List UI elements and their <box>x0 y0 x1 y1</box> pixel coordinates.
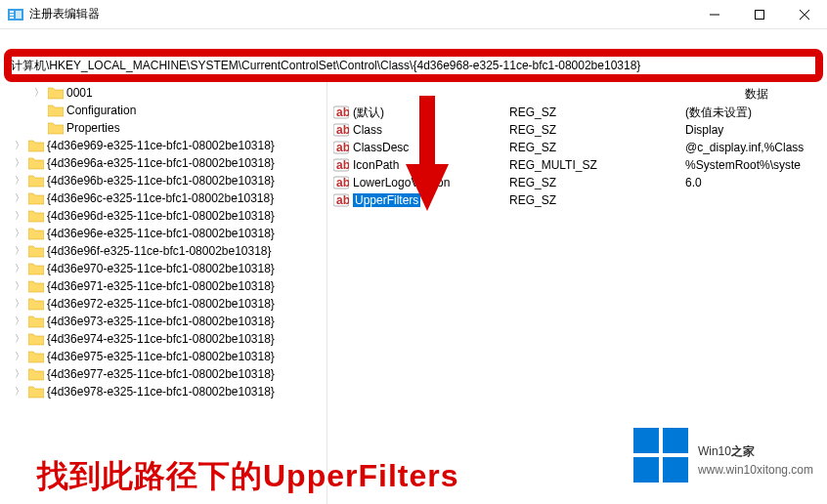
tree-item-label: {4d36e969-e325-11ce-bfc1-08002be10318} <box>47 139 275 152</box>
tree-item[interactable]: 〉{4d36e972-e325-11ce-bfc1-08002be10318} <box>0 295 326 313</box>
value-name: IconPath <box>353 158 399 172</box>
watermark-url: www.win10xitong.com <box>698 463 813 477</box>
tree-item[interactable]: Properties <box>0 119 326 137</box>
tree-item-label: {4d36e973-e325-11ce-bfc1-08002be10318} <box>47 315 275 328</box>
tree-item[interactable]: 〉{4d36e96a-e325-11ce-bfc1-08002be10318} <box>0 154 326 172</box>
svg-text:ab: ab <box>336 193 349 207</box>
tree-item[interactable]: 〉{4d36e975-e325-11ce-bfc1-08002be10318} <box>0 348 326 365</box>
chevron-right-icon[interactable]: 〉 <box>14 139 25 152</box>
minimize-button[interactable] <box>692 0 737 29</box>
value-row[interactable]: abIconPathREG_MULTI_SZ%SystemRoot%\syste <box>327 156 827 174</box>
windows-logo-icon <box>633 428 688 483</box>
chevron-right-icon[interactable]: 〉 <box>14 174 25 188</box>
svg-text:ab: ab <box>336 123 349 137</box>
app-icon <box>8 7 23 22</box>
svg-text:ab: ab <box>336 141 349 154</box>
chevron-right-icon[interactable]: 〉 <box>14 367 25 381</box>
tree-item-label: {4d36e972-e325-11ce-bfc1-08002be10318} <box>47 297 275 311</box>
tree-item-label: {4d36e975-e325-11ce-bfc1-08002be10318} <box>47 350 275 363</box>
tree-item[interactable]: 〉{4d36e969-e325-11ce-bfc1-08002be10318} <box>0 137 326 154</box>
value-type: REG_SZ <box>503 123 679 137</box>
value-row[interactable]: abLowerLogoVersionREG_SZ6.0 <box>327 174 827 191</box>
value-data: (数值未设置) <box>679 105 827 121</box>
chevron-right-icon[interactable]: 〉 <box>14 262 25 275</box>
svg-rect-20 <box>633 457 659 483</box>
chevron-right-icon[interactable]: 〉 <box>14 191 25 205</box>
chevron-right-icon[interactable]: 〉 <box>14 297 25 311</box>
watermark-brand: Win10 <box>698 444 731 458</box>
chevron-right-icon[interactable]: 〉 <box>14 350 25 363</box>
titlebar: 注册表编辑器 <box>0 0 827 29</box>
chevron-right-icon[interactable]: 〉 <box>14 385 25 399</box>
value-name: UpperFilters <box>353 193 420 207</box>
value-type: REG_SZ <box>503 141 679 154</box>
tree-item[interactable]: 〉0001 <box>0 84 326 102</box>
svg-rect-3 <box>10 17 14 19</box>
watermark-text: Win10之家 www.win10xitong.com <box>698 434 813 477</box>
svg-rect-19 <box>663 428 688 453</box>
svg-text:ab: ab <box>336 158 349 172</box>
chevron-right-icon[interactable]: 〉 <box>14 332 25 346</box>
tree-item[interactable]: 〉{4d36e971-e325-11ce-bfc1-08002be10318} <box>0 277 326 295</box>
tree-item-label: {4d36e977-e325-11ce-bfc1-08002be10318} <box>47 367 275 381</box>
value-row[interactable]: abClassREG_SZDisplay <box>327 121 827 139</box>
tree-item[interactable]: 〉{4d36e970-e325-11ce-bfc1-08002be10318} <box>0 260 326 277</box>
chevron-right-icon[interactable]: 〉 <box>14 227 25 240</box>
tree-item-label: {4d36e96c-e325-11ce-bfc1-08002be10318} <box>47 191 274 205</box>
tree-item[interactable]: 〉{4d36e96e-e325-11ce-bfc1-08002be10318} <box>0 225 326 242</box>
tree-item[interactable]: 〉{4d36e96c-e325-11ce-bfc1-08002be10318} <box>0 189 326 207</box>
value-data: Display <box>679 123 827 137</box>
tree-item[interactable]: 〉{4d36e96d-e325-11ce-bfc1-08002be10318} <box>0 207 326 225</box>
tree-item-label: {4d36e978-e325-11ce-bfc1-08002be10318} <box>47 385 275 399</box>
svg-rect-4 <box>16 11 22 19</box>
svg-text:ab: ab <box>336 105 349 119</box>
tree-item[interactable]: Configuration <box>0 102 326 119</box>
tree-item-label: {4d36e96a-e325-11ce-bfc1-08002be10318} <box>47 156 275 170</box>
window-title: 注册表编辑器 <box>29 6 692 22</box>
tree-item-label: Configuration <box>66 104 136 117</box>
value-name: LowerLogoVersion <box>353 176 450 189</box>
caption-annotation: 找到此路径下的UpperFilters <box>37 455 458 498</box>
value-type: REG_SZ <box>503 105 679 119</box>
svg-rect-18 <box>633 428 659 453</box>
value-name: (默认) <box>353 105 384 121</box>
maximize-button[interactable] <box>737 0 782 29</box>
tree-item-label: {4d36e970-e325-11ce-bfc1-08002be10318} <box>47 262 275 275</box>
watermark: Win10之家 www.win10xitong.com <box>633 428 813 483</box>
value-row[interactable]: abClassDescREG_SZ@c_display.inf,%Class <box>327 139 827 156</box>
values-list: ab(默认)REG_SZ(数值未设置)abClassREG_SZDisplaya… <box>327 104 827 209</box>
col-data-header-visible[interactable]: 数据 <box>745 86 768 103</box>
address-input[interactable] <box>6 55 821 76</box>
watermark-suffix: 之家 <box>731 444 755 458</box>
tree-item-label: {4d36e96b-e325-11ce-bfc1-08002be10318} <box>47 174 275 188</box>
tree-item-label: {4d36e974-e325-11ce-bfc1-08002be10318} <box>47 332 275 346</box>
chevron-right-icon[interactable]: 〉 <box>14 209 25 223</box>
tree-item[interactable]: 〉{4d36e974-e325-11ce-bfc1-08002be10318} <box>0 330 326 348</box>
value-type: REG_SZ <box>503 176 679 189</box>
chevron-right-icon[interactable]: 〉 <box>14 315 25 328</box>
tree-item-label: {4d36e971-e325-11ce-bfc1-08002be10318} <box>47 279 275 293</box>
tree-item-label: Properties <box>66 121 120 135</box>
tree-item[interactable]: 〉{4d36e973-e325-11ce-bfc1-08002be10318} <box>0 313 326 330</box>
value-data: @c_display.inf,%Class <box>679 141 827 154</box>
menubar[interactable] <box>0 29 827 49</box>
value-data: %SystemRoot%\syste <box>679 158 827 172</box>
tree-item[interactable]: 〉{4d36e96f-e325-11ce-bfc1-08002be10318} <box>0 242 326 260</box>
value-row[interactable]: abUpperFiltersREG_SZ <box>327 191 827 209</box>
svg-text:ab: ab <box>336 176 349 189</box>
chevron-right-icon[interactable]: 〉 <box>14 244 25 258</box>
value-type: REG_MULTI_SZ <box>503 158 679 172</box>
chevron-right-icon[interactable]: 〉 <box>33 86 45 100</box>
tree-item-label: 0001 <box>66 86 93 100</box>
value-row[interactable]: ab(默认)REG_SZ(数值未设置) <box>327 104 827 121</box>
tree-item[interactable]: 〉{4d36e977-e325-11ce-bfc1-08002be10318} <box>0 365 326 383</box>
tree-item[interactable]: 〉{4d36e96b-e325-11ce-bfc1-08002be10318} <box>0 172 326 189</box>
close-button[interactable] <box>782 0 827 29</box>
chevron-right-icon[interactable]: 〉 <box>14 156 25 170</box>
svg-rect-5 <box>756 10 764 19</box>
tree-pane[interactable]: 〉0001ConfigurationProperties〉{4d36e969-e… <box>0 82 327 504</box>
value-name: ClassDesc <box>353 141 409 154</box>
chevron-right-icon[interactable]: 〉 <box>14 279 25 293</box>
tree-item[interactable]: 〉{4d36e978-e325-11ce-bfc1-08002be10318} <box>0 383 326 400</box>
tree-item-label: {4d36e96e-e325-11ce-bfc1-08002be10318} <box>47 227 275 240</box>
